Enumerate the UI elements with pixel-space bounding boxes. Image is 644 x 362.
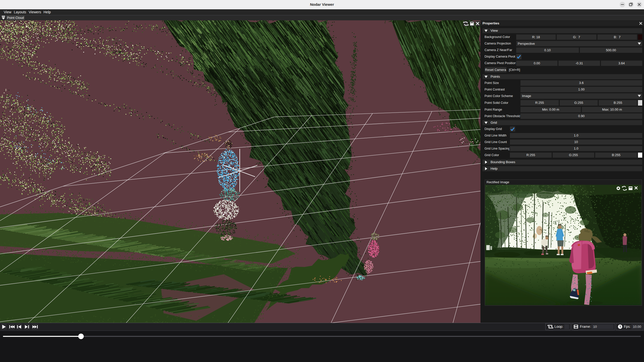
svg-text:Fps:: Fps: [624, 325, 631, 329]
svg-text:10: 10 [593, 325, 597, 329]
svg-text:Frame:: Frame: [580, 325, 591, 329]
svg-text:10.00: 10.00 [633, 325, 641, 329]
svg-text:Loop:: Loop: [554, 325, 563, 329]
